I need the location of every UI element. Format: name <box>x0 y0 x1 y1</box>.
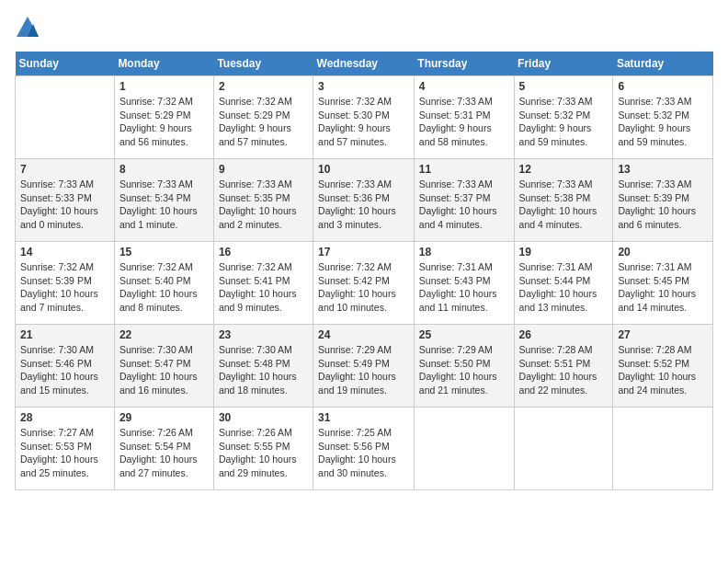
day-number: 31 <box>318 411 409 424</box>
day-info: Sunrise: 7:32 AMSunset: 5:29 PMDaylight:… <box>219 95 308 149</box>
weekday-header-sunday: Sunday <box>16 52 115 76</box>
day-number: 7 <box>20 163 109 176</box>
logo-icon <box>15 15 40 40</box>
calendar-cell: 22Sunrise: 7:30 AMSunset: 5:47 PMDayligh… <box>114 325 213 408</box>
day-number: 13 <box>618 163 708 176</box>
page-header <box>15 15 713 40</box>
day-number: 27 <box>618 328 708 341</box>
day-number: 30 <box>219 411 308 424</box>
calendar-cell: 4Sunrise: 7:33 AMSunset: 5:31 PMDaylight… <box>414 76 514 159</box>
calendar-cell <box>414 408 514 490</box>
calendar-cell: 29Sunrise: 7:26 AMSunset: 5:54 PMDayligh… <box>114 408 213 490</box>
day-number: 17 <box>318 246 409 259</box>
calendar-cell: 6Sunrise: 7:33 AMSunset: 5:32 PMDaylight… <box>613 76 713 159</box>
weekday-header-monday: Monday <box>114 52 213 76</box>
day-info: Sunrise: 7:32 AMSunset: 5:42 PMDaylight:… <box>318 260 409 315</box>
day-info: Sunrise: 7:26 AMSunset: 5:54 PMDaylight:… <box>119 426 209 480</box>
calendar-cell: 8Sunrise: 7:33 AMSunset: 5:34 PMDaylight… <box>114 159 213 242</box>
day-number: 16 <box>219 246 308 259</box>
day-info: Sunrise: 7:26 AMSunset: 5:55 PMDaylight:… <box>219 426 308 480</box>
calendar-cell: 13Sunrise: 7:33 AMSunset: 5:39 PMDayligh… <box>613 159 713 242</box>
weekday-header-saturday: Saturday <box>613 52 713 76</box>
day-info: Sunrise: 7:32 AMSunset: 5:39 PMDaylight:… <box>20 260 109 315</box>
calendar-cell: 3Sunrise: 7:32 AMSunset: 5:30 PMDaylight… <box>313 76 415 159</box>
day-number: 6 <box>618 80 708 93</box>
weekday-header-friday: Friday <box>514 52 613 76</box>
calendar-cell: 25Sunrise: 7:29 AMSunset: 5:50 PMDayligh… <box>414 325 514 408</box>
day-info: Sunrise: 7:31 AMSunset: 5:45 PMDaylight:… <box>618 260 708 315</box>
day-number: 12 <box>519 163 609 176</box>
day-info: Sunrise: 7:33 AMSunset: 5:31 PMDaylight:… <box>419 95 509 149</box>
calendar-cell: 24Sunrise: 7:29 AMSunset: 5:49 PMDayligh… <box>313 325 415 408</box>
calendar-cell: 20Sunrise: 7:31 AMSunset: 5:45 PMDayligh… <box>613 242 713 325</box>
calendar-cell: 27Sunrise: 7:28 AMSunset: 5:52 PMDayligh… <box>613 325 713 408</box>
day-number: 21 <box>20 328 109 341</box>
day-info: Sunrise: 7:33 AMSunset: 5:32 PMDaylight:… <box>519 95 609 149</box>
calendar-cell: 30Sunrise: 7:26 AMSunset: 5:55 PMDayligh… <box>213 408 313 490</box>
day-number: 19 <box>519 246 609 259</box>
calendar-table: SundayMondayTuesdayWednesdayThursdayFrid… <box>15 52 713 490</box>
weekday-header-row: SundayMondayTuesdayWednesdayThursdayFrid… <box>16 52 713 76</box>
day-number: 10 <box>318 163 409 176</box>
calendar-cell: 16Sunrise: 7:32 AMSunset: 5:41 PMDayligh… <box>213 242 313 325</box>
day-number: 15 <box>119 246 209 259</box>
calendar-cell: 18Sunrise: 7:31 AMSunset: 5:43 PMDayligh… <box>414 242 514 325</box>
day-info: Sunrise: 7:30 AMSunset: 5:48 PMDaylight:… <box>219 343 308 397</box>
day-number: 4 <box>419 80 509 93</box>
calendar-cell: 11Sunrise: 7:33 AMSunset: 5:37 PMDayligh… <box>414 159 514 242</box>
day-number: 14 <box>20 246 109 259</box>
day-info: Sunrise: 7:30 AMSunset: 5:46 PMDaylight:… <box>20 343 109 397</box>
calendar-cell: 19Sunrise: 7:31 AMSunset: 5:44 PMDayligh… <box>514 242 613 325</box>
calendar-cell <box>613 408 713 490</box>
calendar-week-row: 21Sunrise: 7:30 AMSunset: 5:46 PMDayligh… <box>16 325 713 408</box>
day-number: 5 <box>519 80 609 93</box>
day-number: 23 <box>219 328 308 341</box>
calendar-cell: 10Sunrise: 7:33 AMSunset: 5:36 PMDayligh… <box>313 159 415 242</box>
day-number: 25 <box>419 328 509 341</box>
day-number: 24 <box>318 328 409 341</box>
logo <box>15 15 44 40</box>
day-number: 1 <box>119 80 209 93</box>
calendar-cell: 28Sunrise: 7:27 AMSunset: 5:53 PMDayligh… <box>16 408 115 490</box>
day-info: Sunrise: 7:32 AMSunset: 5:41 PMDaylight:… <box>219 260 308 315</box>
calendar-cell: 31Sunrise: 7:25 AMSunset: 5:56 PMDayligh… <box>313 408 415 490</box>
day-number: 20 <box>618 246 708 259</box>
day-info: Sunrise: 7:25 AMSunset: 5:56 PMDaylight:… <box>318 426 409 480</box>
calendar-cell: 5Sunrise: 7:33 AMSunset: 5:32 PMDaylight… <box>514 76 613 159</box>
day-number: 22 <box>119 328 209 341</box>
day-number: 26 <box>519 328 609 341</box>
calendar-cell: 2Sunrise: 7:32 AMSunset: 5:29 PMDaylight… <box>213 76 313 159</box>
day-info: Sunrise: 7:28 AMSunset: 5:51 PMDaylight:… <box>519 343 609 397</box>
calendar-week-row: 14Sunrise: 7:32 AMSunset: 5:39 PMDayligh… <box>16 242 713 325</box>
calendar-cell: 15Sunrise: 7:32 AMSunset: 5:40 PMDayligh… <box>114 242 213 325</box>
day-info: Sunrise: 7:31 AMSunset: 5:44 PMDaylight:… <box>519 260 609 315</box>
day-number: 28 <box>20 411 109 424</box>
day-info: Sunrise: 7:32 AMSunset: 5:40 PMDaylight:… <box>119 260 209 315</box>
calendar-cell: 21Sunrise: 7:30 AMSunset: 5:46 PMDayligh… <box>16 325 115 408</box>
day-info: Sunrise: 7:33 AMSunset: 5:38 PMDaylight:… <box>519 178 609 232</box>
day-info: Sunrise: 7:31 AMSunset: 5:43 PMDaylight:… <box>419 260 509 315</box>
weekday-header-tuesday: Tuesday <box>213 52 313 76</box>
calendar-cell: 14Sunrise: 7:32 AMSunset: 5:39 PMDayligh… <box>16 242 115 325</box>
day-info: Sunrise: 7:32 AMSunset: 5:30 PMDaylight:… <box>318 95 409 149</box>
calendar-cell: 9Sunrise: 7:33 AMSunset: 5:35 PMDaylight… <box>213 159 313 242</box>
day-info: Sunrise: 7:33 AMSunset: 5:34 PMDaylight:… <box>119 178 209 232</box>
day-info: Sunrise: 7:32 AMSunset: 5:29 PMDaylight:… <box>119 95 209 149</box>
day-number: 11 <box>419 163 509 176</box>
calendar-cell: 17Sunrise: 7:32 AMSunset: 5:42 PMDayligh… <box>313 242 415 325</box>
calendar-cell: 7Sunrise: 7:33 AMSunset: 5:33 PMDaylight… <box>16 159 115 242</box>
calendar-cell: 26Sunrise: 7:28 AMSunset: 5:51 PMDayligh… <box>514 325 613 408</box>
day-info: Sunrise: 7:29 AMSunset: 5:50 PMDaylight:… <box>419 343 509 397</box>
day-info: Sunrise: 7:27 AMSunset: 5:53 PMDaylight:… <box>20 426 109 480</box>
calendar-week-row: 1Sunrise: 7:32 AMSunset: 5:29 PMDaylight… <box>16 76 713 159</box>
calendar-cell: 23Sunrise: 7:30 AMSunset: 5:48 PMDayligh… <box>213 325 313 408</box>
calendar-week-row: 7Sunrise: 7:33 AMSunset: 5:33 PMDaylight… <box>16 159 713 242</box>
day-number: 9 <box>219 163 308 176</box>
day-info: Sunrise: 7:33 AMSunset: 5:35 PMDaylight:… <box>219 178 308 232</box>
calendar-cell: 12Sunrise: 7:33 AMSunset: 5:38 PMDayligh… <box>514 159 613 242</box>
weekday-header-wednesday: Wednesday <box>313 52 415 76</box>
day-info: Sunrise: 7:33 AMSunset: 5:39 PMDaylight:… <box>618 178 708 232</box>
calendar-week-row: 28Sunrise: 7:27 AMSunset: 5:53 PMDayligh… <box>16 408 713 490</box>
day-number: 3 <box>318 80 409 93</box>
day-number: 18 <box>419 246 509 259</box>
